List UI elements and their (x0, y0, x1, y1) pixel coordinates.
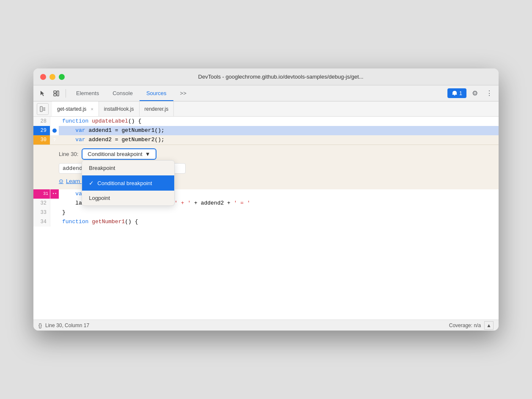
line-number-28: 28 (33, 117, 50, 126)
inspect-icon[interactable] (50, 87, 62, 99)
line-content-34: function getNumber1() { (59, 217, 499, 227)
logpoint-indicator: •• (52, 189, 57, 199)
cursor-position: Line 30, Column 17 (45, 322, 89, 328)
bp-editor-row1: Line 30: Conditional breakpoint ▼ Breakp… (59, 148, 492, 160)
settings-icon[interactable]: ⚙ (469, 87, 481, 99)
line-number-33: 33 (33, 208, 50, 217)
file-tabs-bar: get-started.js × installHook.js renderer… (33, 101, 499, 117)
dropdown-item-logpoint[interactable]: Logpoint (82, 191, 174, 205)
breakpoint-editor: Line 30: Conditional breakpoint ▼ Breakp… (33, 145, 499, 189)
line-number-32: 32 (33, 199, 50, 208)
tab-bar: Elements Console Sources >> (69, 85, 446, 101)
dropdown-item-conditional[interactable]: ✓ Conditional breakpoint (82, 175, 174, 191)
line-content-30: var addend2 = getNumber2(); (59, 135, 499, 145)
file-tab-installhook[interactable]: installHook.js (99, 101, 140, 116)
dropdown-arrow-icon: ▼ (145, 151, 151, 157)
cursor-icon[interactable] (37, 87, 49, 99)
close-file-tab-icon[interactable]: × (90, 107, 93, 112)
devtools-toolbar: Elements Console Sources >> 1 ⚙ (33, 85, 499, 101)
tab-elements[interactable]: Elements (69, 85, 106, 101)
coverage-label: Coverage: n/a (449, 322, 481, 328)
svg-rect-3 (454, 95, 455, 96)
status-right: Coverage: n/a ▲ (449, 321, 494, 330)
line-content-28: function updateLabel() { (59, 117, 499, 126)
code-line-30: 30 ? var addend2 = getNumber2(); (33, 135, 499, 145)
line-content-33: } (59, 208, 499, 217)
bp-area-29[interactable] (50, 128, 59, 133)
close-button[interactable] (40, 74, 46, 80)
code-line-28: 28 function updateLabel() { (33, 117, 499, 126)
status-bar: {} Line 30, Column 17 Coverage: n/a ▲ (33, 320, 499, 331)
bp-area-31[interactable]: •• (50, 189, 59, 199)
tab-sources[interactable]: Sources (140, 85, 173, 101)
devtools-window: DevTools - googlechrome.github.io/devtoo… (33, 68, 499, 331)
line-content-29: var addend1 = getNumber1(); (59, 126, 499, 135)
svg-rect-4 (40, 107, 42, 112)
line-number-31: 31 (33, 189, 50, 199)
line-number-30: 30 (33, 135, 50, 145)
toolbar-right: 1 ⚙ ⋮ (447, 87, 495, 99)
conditional-bp-indicator: ? (53, 135, 56, 145)
toolbar-divider (66, 89, 66, 98)
bp-line-label: Line 30: (59, 151, 78, 157)
maximize-button[interactable] (59, 74, 65, 80)
dropdown-item-breakpoint[interactable]: Breakpoint (82, 161, 174, 175)
status-left: {} Line 30, Column 17 (38, 322, 89, 328)
tab-console[interactable]: Console (106, 85, 140, 101)
bp-select-wrapper: Conditional breakpoint ▼ Breakpoint ✓ Co… (82, 148, 156, 160)
scroll-to-top-icon[interactable]: ▲ (484, 321, 494, 330)
svg-rect-0 (54, 91, 56, 93)
check-icon: ✓ (89, 180, 94, 186)
format-icon[interactable]: {} (38, 322, 42, 328)
sidebar-toggle[interactable] (37, 103, 49, 115)
line-number-34: 34 (33, 217, 50, 227)
tab-more[interactable]: >> (173, 85, 193, 101)
window-controls (40, 74, 65, 80)
code-line-33: 33 } (33, 208, 499, 217)
code-line-29: 29 var addend1 = getNumber1(); (33, 126, 499, 135)
learn-more-circle-icon: ⊙ (59, 178, 63, 184)
file-tab-renderer[interactable]: renderer.js (140, 101, 174, 116)
title-bar: DevTools - googlechrome.github.io/devtoo… (33, 68, 499, 85)
svg-rect-2 (57, 91, 59, 96)
notification-badge[interactable]: 1 (447, 88, 466, 98)
code-line-34: 34 function getNumber1() { (33, 217, 499, 227)
bp-type-select[interactable]: Conditional breakpoint ▼ (82, 148, 156, 160)
svg-rect-1 (54, 94, 56, 96)
line-number-29: 29 (33, 126, 50, 135)
file-tab-get-started[interactable]: get-started.js × (52, 101, 99, 116)
minimize-button[interactable] (49, 74, 55, 80)
more-options-icon[interactable]: ⋮ (483, 87, 495, 99)
window-title: DevTools - googlechrome.github.io/devtoo… (70, 74, 492, 80)
breakpoint-dot-blue (52, 128, 57, 133)
breakpoint-type-dropdown: Breakpoint ✓ Conditional breakpoint Logp… (82, 160, 175, 206)
code-area: 28 function updateLabel() { 29 var adden… (33, 117, 499, 320)
bp-area-30[interactable]: ? (50, 135, 59, 145)
